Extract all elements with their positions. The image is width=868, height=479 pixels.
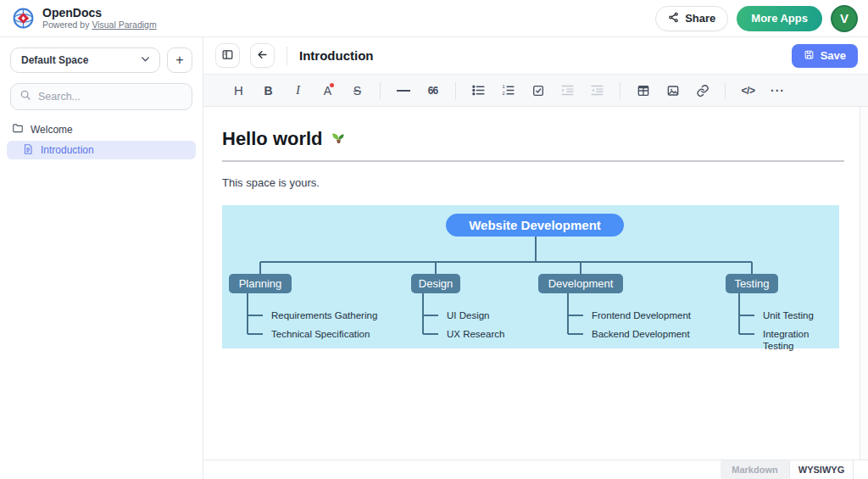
seedling-icon — [330, 127, 348, 150]
heading-text: Hello world — [222, 128, 323, 150]
space-selector[interactable]: Default Space — [10, 47, 160, 73]
tree-item-label: Introduction — [41, 144, 94, 156]
save-label: Save — [821, 49, 846, 62]
mindmap-branch-testing[interactable]: Testing — [726, 274, 778, 293]
ordered-list-icon[interactable]: 12 — [495, 79, 521, 103]
bullet-list-icon[interactable] — [465, 79, 492, 103]
sidebar-item-introduction[interactable]: Introduction — [7, 141, 196, 159]
top-header: OpenDocs Powered by Visual Paradigm Shar… — [0, 0, 868, 37]
more-icon[interactable]: ··· — [765, 79, 791, 103]
link-icon[interactable] — [689, 79, 715, 103]
opendocs-logo-icon — [12, 7, 35, 30]
color-dot — [330, 83, 334, 87]
plus-icon: + — [175, 53, 183, 67]
more-apps-label: More Apps — [751, 12, 808, 25]
divider — [620, 82, 620, 99]
powered-by-text: Powered by — [42, 19, 92, 30]
header-actions: Share More Apps V — [655, 5, 858, 32]
space-row: Default Space + — [0, 37, 203, 73]
svg-text:1: 1 — [502, 84, 504, 89]
divider — [287, 47, 287, 65]
space-selector-value: Default Space — [21, 54, 88, 66]
document-heading: Hello world — [222, 127, 844, 162]
mindmap-leaf[interactable]: Frontend Development — [592, 309, 691, 321]
toggle-sidebar-button[interactable] — [215, 43, 240, 68]
visual-paradigm-link[interactable]: Visual Paradigm — [92, 19, 156, 30]
save-icon — [804, 49, 815, 63]
add-space-button[interactable]: + — [167, 47, 192, 73]
blockquote-icon[interactable]: 66 — [420, 79, 446, 103]
share-label: Share — [685, 12, 715, 25]
save-button[interactable]: Save — [792, 44, 858, 68]
font-color-icon[interactable]: A — [314, 79, 341, 103]
app-title: OpenDocs — [42, 7, 157, 19]
page-title: Introduction — [299, 48, 373, 63]
mindmap-root-node[interactable]: Website Development — [446, 214, 624, 237]
divider — [725, 82, 726, 99]
tab-markdown[interactable]: Markdown — [721, 460, 789, 479]
mindmap-branch-planning[interactable]: Planning — [229, 274, 292, 293]
editor-header: Introduction Save — [203, 37, 868, 75]
tab-wysiwyg[interactable]: WYSIWYG — [789, 460, 854, 479]
horizontal-rule-icon[interactable] — [390, 79, 416, 103]
indent-icon[interactable] — [554, 79, 581, 103]
mindmap-leaf[interactable]: UX Research — [447, 328, 504, 340]
divider — [380, 82, 381, 99]
mindmap-leaf[interactable]: Unit Testing — [763, 309, 814, 321]
divider — [455, 82, 456, 99]
powered-by: Powered by Visual Paradigm — [42, 20, 157, 31]
mindmap-leaf[interactable]: Technical Specification — [271, 328, 370, 340]
hr-glyph — [397, 90, 410, 92]
folder-icon — [12, 122, 24, 136]
bold-icon[interactable]: B — [255, 79, 281, 103]
search-input[interactable] — [38, 91, 183, 103]
chevron-down-icon — [140, 53, 151, 67]
document-canvas[interactable]: Hello world This space is yours. — [203, 107, 860, 460]
task-list-icon[interactable] — [525, 79, 551, 103]
page-tree: Welcome Introduction — [0, 120, 203, 159]
arrow-left-icon — [256, 48, 269, 64]
outdent-icon[interactable] — [584, 79, 610, 103]
avatar-initial: V — [840, 11, 849, 25]
bottom-mode-bar: Markdown WYSIWYG — [203, 460, 868, 479]
editor-scrollbar[interactable] — [860, 107, 868, 460]
search-box[interactable] — [10, 83, 192, 110]
mindmap-branch-design[interactable]: Design — [411, 274, 460, 293]
mindmap-leaf[interactable]: Requirements Gathering — [271, 309, 377, 321]
table-icon[interactable] — [630, 79, 656, 103]
share-button[interactable]: Share — [655, 6, 728, 31]
italic-icon[interactable]: I — [285, 79, 311, 103]
code-icon[interactable]: </> — [735, 79, 761, 103]
document-paragraph: This space is yours. — [222, 176, 844, 189]
search-icon — [19, 89, 31, 104]
share-icon — [668, 12, 679, 25]
document-icon — [22, 143, 34, 158]
svg-text:2: 2 — [502, 91, 504, 96]
back-button[interactable] — [250, 43, 275, 68]
user-avatar[interactable]: V — [831, 5, 858, 32]
opendocs-app: OpenDocs Powered by Visual Paradigm Shar… — [0, 0, 868, 479]
sidebar-item-welcome[interactable]: Welcome — [0, 120, 203, 138]
tree-item-label: Welcome — [31, 124, 73, 136]
strikethrough-icon[interactable]: S — [344, 79, 370, 103]
mindmap-leaf[interactable]: Backend Development — [592, 328, 690, 340]
mindmap-diagram[interactable]: Website Development Planning Design Deve… — [222, 205, 839, 348]
mindmap-leaf[interactable]: Integration Testing — [763, 328, 839, 340]
brand-block: OpenDocs Powered by Visual Paradigm — [42, 7, 157, 31]
main-panel: Introduction Save H B I A S 66 12 — [203, 37, 868, 479]
sidebar: Default Space + Welcome — [0, 37, 203, 479]
mindmap-leaf[interactable]: UI Design — [447, 309, 490, 321]
more-apps-button[interactable]: More Apps — [737, 6, 822, 31]
mindmap-branch-development[interactable]: Development — [538, 274, 623, 293]
sidebar-panel-icon — [221, 48, 234, 64]
heading-icon[interactable]: H — [225, 79, 252, 103]
image-icon[interactable] — [659, 79, 686, 103]
formatting-toolbar: H B I A S 66 12 — [203, 75, 868, 107]
